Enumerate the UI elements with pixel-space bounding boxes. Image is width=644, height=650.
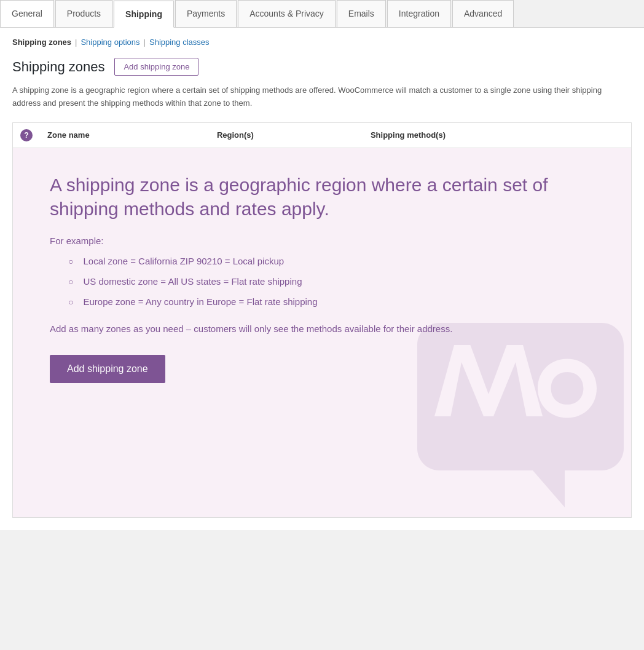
tab-payments[interactable]: Payments — [175, 0, 237, 27]
add-shipping-zone-button-header[interactable]: Add shipping zone — [114, 58, 198, 76]
tab-emails[interactable]: Emails — [337, 0, 386, 27]
empty-state: A shipping zone is a geographic region w… — [13, 148, 631, 517]
table-header-method: Shipping method(s) — [363, 122, 632, 148]
tab-general[interactable]: General — [0, 0, 54, 27]
zones-table: ? Zone name Region(s) Shipping method(s) — [12, 122, 632, 518]
content-area: Shipping zones | Shipping options | Ship… — [0, 28, 644, 530]
page-wrapper: General Products Shipping Payments Accou… — [0, 0, 644, 530]
section-description: A shipping zone is a geographic region w… — [12, 84, 615, 110]
example-item-2: US domestic zone = All US states = Flat … — [68, 276, 594, 287]
table-header-zone: Zone name — [40, 122, 210, 148]
section-title: Shipping zones — [12, 59, 104, 75]
example-item-3: Europe zone = Any country in Europe = Fl… — [68, 296, 594, 307]
empty-state-heading: A shipping zone is a geographic region w… — [50, 173, 578, 221]
tab-integration[interactable]: Integration — [387, 0, 451, 27]
nav-tabs: General Products Shipping Payments Accou… — [0, 0, 644, 28]
subnav-sep-1: | — [75, 38, 77, 47]
add-shipping-zone-button-main[interactable]: Add shipping zone — [50, 355, 165, 383]
table-header-icon: ? — [13, 122, 41, 148]
subnav-shipping-options[interactable]: Shipping options — [80, 38, 139, 47]
help-icon[interactable]: ? — [20, 129, 33, 141]
example-item-1: Local zone = California ZIP 90210 = Loca… — [68, 256, 594, 266]
for-example-label: For example: — [50, 236, 594, 246]
table-header-region: Region(s) — [210, 122, 363, 148]
tab-products[interactable]: Products — [55, 0, 112, 27]
tab-advanced[interactable]: Advanced — [452, 0, 514, 27]
subnav-shipping-classes[interactable]: Shipping classes — [149, 38, 210, 47]
tab-shipping[interactable]: Shipping — [114, 1, 174, 28]
tab-accounts-privacy[interactable]: Accounts & Privacy — [238, 0, 336, 27]
examples-list: Local zone = California ZIP 90210 = Loca… — [68, 256, 594, 307]
subnav-sep-2: | — [144, 38, 146, 47]
add-many-zones-text: Add as many zones as you need – customer… — [50, 322, 554, 336]
section-header: Shipping zones Add shipping zone — [12, 58, 632, 76]
subnav-shipping-zones[interactable]: Shipping zones — [12, 38, 71, 47]
sub-nav: Shipping zones | Shipping options | Ship… — [12, 38, 632, 47]
